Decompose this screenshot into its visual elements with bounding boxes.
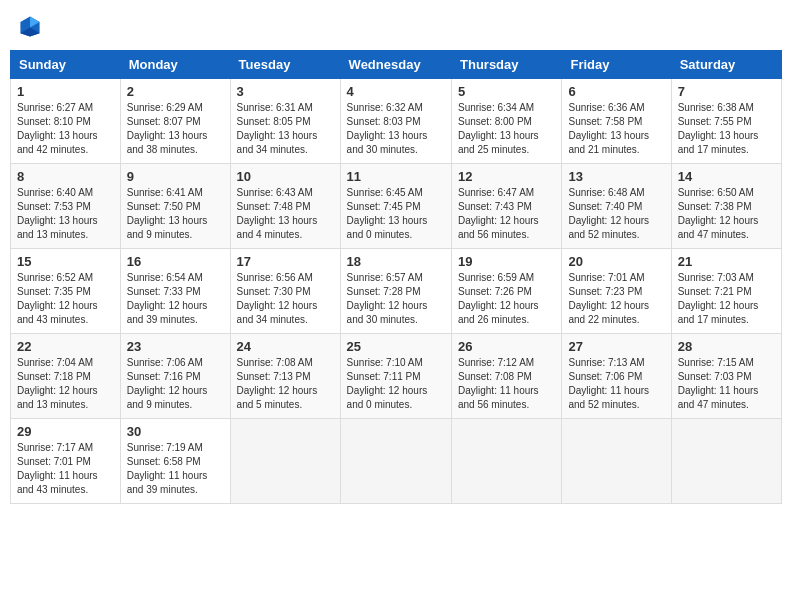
day-number: 6 [568,84,664,99]
day-number: 14 [678,169,775,184]
week-row-4: 22Sunrise: 7:04 AM Sunset: 7:18 PM Dayli… [11,334,782,419]
day-info: Sunrise: 7:04 AM Sunset: 7:18 PM Dayligh… [17,356,114,412]
logo-icon [18,14,42,38]
days-header-row: SundayMondayTuesdayWednesdayThursdayFrid… [11,51,782,79]
day-number: 11 [347,169,445,184]
calendar-cell: 17Sunrise: 6:56 AM Sunset: 7:30 PM Dayli… [230,249,340,334]
day-info: Sunrise: 6:48 AM Sunset: 7:40 PM Dayligh… [568,186,664,242]
day-info: Sunrise: 7:03 AM Sunset: 7:21 PM Dayligh… [678,271,775,327]
week-row-3: 15Sunrise: 6:52 AM Sunset: 7:35 PM Dayli… [11,249,782,334]
day-info: Sunrise: 6:32 AM Sunset: 8:03 PM Dayligh… [347,101,445,157]
day-info: Sunrise: 7:06 AM Sunset: 7:16 PM Dayligh… [127,356,224,412]
calendar-cell: 22Sunrise: 7:04 AM Sunset: 7:18 PM Dayli… [11,334,121,419]
week-row-1: 1Sunrise: 6:27 AM Sunset: 8:10 PM Daylig… [11,79,782,164]
calendar-cell: 25Sunrise: 7:10 AM Sunset: 7:11 PM Dayli… [340,334,451,419]
calendar-cell: 9Sunrise: 6:41 AM Sunset: 7:50 PM Daylig… [120,164,230,249]
calendar-cell [562,419,671,504]
day-header-saturday: Saturday [671,51,781,79]
day-number: 16 [127,254,224,269]
day-number: 10 [237,169,334,184]
day-header-tuesday: Tuesday [230,51,340,79]
week-row-5: 29Sunrise: 7:17 AM Sunset: 7:01 PM Dayli… [11,419,782,504]
calendar-cell [452,419,562,504]
calendar-cell: 7Sunrise: 6:38 AM Sunset: 7:55 PM Daylig… [671,79,781,164]
calendar-cell: 10Sunrise: 6:43 AM Sunset: 7:48 PM Dayli… [230,164,340,249]
logo [18,14,46,38]
calendar-cell: 29Sunrise: 7:17 AM Sunset: 7:01 PM Dayli… [11,419,121,504]
day-number: 1 [17,84,114,99]
day-info: Sunrise: 7:13 AM Sunset: 7:06 PM Dayligh… [568,356,664,412]
day-info: Sunrise: 7:17 AM Sunset: 7:01 PM Dayligh… [17,441,114,497]
calendar-cell: 2Sunrise: 6:29 AM Sunset: 8:07 PM Daylig… [120,79,230,164]
day-number: 23 [127,339,224,354]
calendar-cell [230,419,340,504]
calendar-cell: 20Sunrise: 7:01 AM Sunset: 7:23 PM Dayli… [562,249,671,334]
calendar-cell: 26Sunrise: 7:12 AM Sunset: 7:08 PM Dayli… [452,334,562,419]
calendar-cell: 28Sunrise: 7:15 AM Sunset: 7:03 PM Dayli… [671,334,781,419]
calendar-table: SundayMondayTuesdayWednesdayThursdayFrid… [10,50,782,504]
calendar-cell [340,419,451,504]
day-info: Sunrise: 6:40 AM Sunset: 7:53 PM Dayligh… [17,186,114,242]
day-info: Sunrise: 6:34 AM Sunset: 8:00 PM Dayligh… [458,101,555,157]
day-number: 27 [568,339,664,354]
day-info: Sunrise: 7:08 AM Sunset: 7:13 PM Dayligh… [237,356,334,412]
day-info: Sunrise: 7:10 AM Sunset: 7:11 PM Dayligh… [347,356,445,412]
day-number: 24 [237,339,334,354]
day-number: 21 [678,254,775,269]
day-info: Sunrise: 6:50 AM Sunset: 7:38 PM Dayligh… [678,186,775,242]
calendar-cell: 30Sunrise: 7:19 AM Sunset: 6:58 PM Dayli… [120,419,230,504]
day-info: Sunrise: 7:15 AM Sunset: 7:03 PM Dayligh… [678,356,775,412]
day-number: 7 [678,84,775,99]
calendar-cell: 16Sunrise: 6:54 AM Sunset: 7:33 PM Dayli… [120,249,230,334]
day-number: 29 [17,424,114,439]
day-number: 22 [17,339,114,354]
day-info: Sunrise: 6:52 AM Sunset: 7:35 PM Dayligh… [17,271,114,327]
day-number: 28 [678,339,775,354]
calendar-cell: 12Sunrise: 6:47 AM Sunset: 7:43 PM Dayli… [452,164,562,249]
day-info: Sunrise: 7:01 AM Sunset: 7:23 PM Dayligh… [568,271,664,327]
calendar-cell: 13Sunrise: 6:48 AM Sunset: 7:40 PM Dayli… [562,164,671,249]
calendar-cell: 24Sunrise: 7:08 AM Sunset: 7:13 PM Dayli… [230,334,340,419]
calendar-cell: 23Sunrise: 7:06 AM Sunset: 7:16 PM Dayli… [120,334,230,419]
day-info: Sunrise: 6:54 AM Sunset: 7:33 PM Dayligh… [127,271,224,327]
calendar-cell: 4Sunrise: 6:32 AM Sunset: 8:03 PM Daylig… [340,79,451,164]
calendar-cell: 8Sunrise: 6:40 AM Sunset: 7:53 PM Daylig… [11,164,121,249]
day-number: 26 [458,339,555,354]
day-number: 3 [237,84,334,99]
day-number: 8 [17,169,114,184]
day-info: Sunrise: 6:45 AM Sunset: 7:45 PM Dayligh… [347,186,445,242]
day-header-sunday: Sunday [11,51,121,79]
day-number: 5 [458,84,555,99]
calendar-cell: 21Sunrise: 7:03 AM Sunset: 7:21 PM Dayli… [671,249,781,334]
calendar-cell: 19Sunrise: 6:59 AM Sunset: 7:26 PM Dayli… [452,249,562,334]
day-info: Sunrise: 7:19 AM Sunset: 6:58 PM Dayligh… [127,441,224,497]
calendar-cell: 14Sunrise: 6:50 AM Sunset: 7:38 PM Dayli… [671,164,781,249]
day-number: 12 [458,169,555,184]
day-header-wednesday: Wednesday [340,51,451,79]
day-number: 25 [347,339,445,354]
day-info: Sunrise: 6:43 AM Sunset: 7:48 PM Dayligh… [237,186,334,242]
calendar-cell: 3Sunrise: 6:31 AM Sunset: 8:05 PM Daylig… [230,79,340,164]
calendar-cell: 6Sunrise: 6:36 AM Sunset: 7:58 PM Daylig… [562,79,671,164]
calendar-cell: 1Sunrise: 6:27 AM Sunset: 8:10 PM Daylig… [11,79,121,164]
day-info: Sunrise: 6:27 AM Sunset: 8:10 PM Dayligh… [17,101,114,157]
day-info: Sunrise: 6:59 AM Sunset: 7:26 PM Dayligh… [458,271,555,327]
day-info: Sunrise: 6:31 AM Sunset: 8:05 PM Dayligh… [237,101,334,157]
day-header-friday: Friday [562,51,671,79]
day-info: Sunrise: 6:57 AM Sunset: 7:28 PM Dayligh… [347,271,445,327]
day-info: Sunrise: 6:36 AM Sunset: 7:58 PM Dayligh… [568,101,664,157]
day-number: 4 [347,84,445,99]
day-info: Sunrise: 7:12 AM Sunset: 7:08 PM Dayligh… [458,356,555,412]
day-header-monday: Monday [120,51,230,79]
day-number: 2 [127,84,224,99]
day-number: 20 [568,254,664,269]
day-info: Sunrise: 6:29 AM Sunset: 8:07 PM Dayligh… [127,101,224,157]
calendar-cell [671,419,781,504]
day-info: Sunrise: 6:38 AM Sunset: 7:55 PM Dayligh… [678,101,775,157]
day-number: 19 [458,254,555,269]
calendar-cell: 18Sunrise: 6:57 AM Sunset: 7:28 PM Dayli… [340,249,451,334]
day-info: Sunrise: 6:41 AM Sunset: 7:50 PM Dayligh… [127,186,224,242]
calendar-cell: 15Sunrise: 6:52 AM Sunset: 7:35 PM Dayli… [11,249,121,334]
page-header [10,10,782,42]
calendar-cell: 11Sunrise: 6:45 AM Sunset: 7:45 PM Dayli… [340,164,451,249]
